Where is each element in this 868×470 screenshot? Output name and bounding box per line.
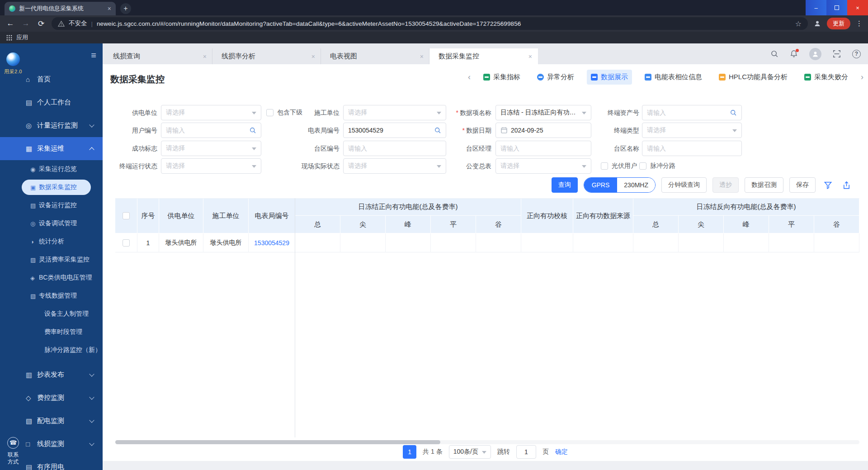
sidebar-item-metering[interactable]: ◎ 计量运行监测	[0, 114, 103, 137]
jump-page-input[interactable]	[516, 445, 536, 459]
col-rev-total: 总	[633, 216, 679, 233]
back-icon[interactable]: ←	[5, 19, 15, 28]
terminal-run-status-select[interactable]: 请选择	[161, 158, 261, 174]
sidebar-item-dedicated-line[interactable]: ▧ 专线数据管理	[0, 287, 103, 305]
col-reverse-group: 日冻结反向有功电能(总及各费率)	[633, 199, 859, 216]
tab-data-monitor[interactable]: 数据采集监控 ×	[429, 48, 538, 64]
meter-no-link[interactable]: 1530054529	[254, 239, 289, 247]
sidebar-item-data-monitor[interactable]: ▣ 数据采集监控	[0, 178, 103, 196]
close-icon[interactable]: ×	[311, 53, 315, 60]
nav-tab-hplc[interactable]: HPLC功能具备分析	[715, 70, 792, 85]
nav-tab-phase-info[interactable]: 电能表相位信息	[641, 70, 706, 85]
stats-icon: ◑	[30, 238, 34, 245]
sidebar-item-flexible-rate[interactable]: ▨ 灵活费率采集监控	[0, 251, 103, 269]
close-icon[interactable]: ×	[203, 53, 207, 60]
data-call-button[interactable]: 数据召测	[745, 177, 783, 193]
terminal-asset-input[interactable]	[642, 105, 742, 120]
query-button[interactable]: 查询	[552, 177, 578, 193]
tab-line-loss-query[interactable]: 线损查询 ×	[104, 48, 212, 64]
user-avatar[interactable]	[809, 48, 821, 60]
new-tab-button[interactable]: +	[120, 3, 131, 14]
chevron-right-icon[interactable]: ›	[861, 72, 863, 82]
checkbox[interactable]	[601, 162, 608, 170]
url-bar[interactable]: 不安全 | neweic.js.sgcc.com.cn/#/com/runnin…	[52, 17, 808, 30]
cell-empty	[476, 233, 521, 252]
success-flag-select[interactable]: 请选择	[161, 141, 261, 156]
profile-icon[interactable]	[813, 19, 821, 28]
close-window-icon[interactable]: ×	[847, 0, 868, 15]
sidebar-item-collection-overview[interactable]: ◉ 采集运行总览	[0, 160, 103, 178]
export-icon[interactable]	[840, 177, 853, 193]
sidebar-item-fee-control[interactable]: ◇ 费控监测	[0, 386, 103, 409]
close-icon[interactable]: ×	[420, 53, 424, 60]
col-forward-group: 日冻结正向有功电能(总及各费率)	[295, 199, 521, 216]
bell-icon[interactable]	[790, 50, 798, 58]
minute-query-button[interactable]: 分钟级查询	[661, 177, 707, 193]
chevron-left-icon[interactable]: ‹	[468, 72, 471, 82]
minimize-icon[interactable]: –	[806, 0, 826, 15]
tab-line-loss-rate[interactable]: 线损率分析 ×	[212, 48, 321, 64]
pv-user-checkbox[interactable]: 光伏用户	[601, 158, 637, 174]
station-name-input[interactable]	[642, 141, 742, 156]
sidebar-item-meter-reading[interactable]: ▥ 抄表发布	[0, 363, 103, 386]
pulse-branch-checkbox[interactable]: 脉冲分路	[639, 158, 675, 174]
forward-icon[interactable]: →	[21, 19, 31, 28]
row-checkbox[interactable]	[123, 239, 130, 247]
contact-widget[interactable]: ☎ 联系 方式	[3, 437, 23, 465]
bookmark-star-icon[interactable]: ☆	[795, 19, 802, 28]
sidebar-item-distribution[interactable]: ▧ 配电监测	[0, 409, 103, 432]
update-button[interactable]: 更新	[827, 18, 850, 29]
search-icon[interactable]	[770, 50, 778, 58]
sidebar-item-home[interactable]: ⌂ 首页	[0, 68, 103, 91]
search-icon[interactable]	[249, 127, 256, 134]
col-fwd-total: 总	[295, 216, 340, 233]
terminal-type-select[interactable]: 请选择	[642, 123, 742, 138]
sidebar-item-device-monitor[interactable]: ▤ 设备运行监控	[0, 196, 103, 214]
apps-grid-icon[interactable]	[6, 35, 12, 41]
sidebar-item-device-debug[interactable]: ◎ 设备调试管理	[0, 214, 103, 233]
close-icon[interactable]: ×	[528, 53, 532, 60]
mhz-option[interactable]: 230MHZ	[617, 178, 655, 192]
terminal-type-label: 终端类型	[559, 121, 639, 139]
confirm-button[interactable]: 确定	[555, 448, 568, 456]
search-icon[interactable]	[730, 109, 737, 116]
gprs-option[interactable]: GPRS	[584, 178, 618, 192]
sidebar-item-bc-voltage[interactable]: ◈ BC类供电电压管理	[0, 269, 103, 287]
tab-meter-view[interactable]: 电表视图 ×	[321, 48, 429, 64]
filter-funnel-icon[interactable]	[821, 177, 834, 193]
sidebar-item-rate-period[interactable]: 费率时段管理	[0, 323, 103, 341]
nav-tab-collect-fail[interactable]: 采集失败分	[800, 70, 852, 85]
horizontal-scrollbar[interactable]	[115, 440, 859, 444]
reload-icon[interactable]: ⟳	[36, 19, 46, 28]
sidebar-item-collection[interactable]: ▦ 采集运维	[0, 137, 103, 160]
menu-kebab-icon[interactable]: ⋮	[856, 19, 863, 28]
sidebar-item-device-owner[interactable]: 设备主人制管理	[0, 305, 103, 323]
bottom-strip	[103, 461, 868, 470]
scrollbar-thumb[interactable]	[115, 440, 440, 444]
channel-toggle[interactable]: GPRS 230MHZ	[584, 177, 656, 193]
supply-unit-select[interactable]: 请选择	[161, 105, 261, 120]
user-no-input[interactable]	[161, 123, 261, 138]
sidebar-collapse-icon[interactable]: ≡	[91, 51, 96, 60]
sidebar-item-stats[interactable]: ◑ 统计分析	[0, 233, 103, 251]
save-button[interactable]: 保存	[789, 177, 816, 193]
nav-tab-data-display[interactable]: 数据展示	[587, 70, 632, 85]
sidebar-item-pulse-branch[interactable]: 脉冲分路监控（新）	[0, 341, 103, 359]
nav-tab-anomaly[interactable]: 异常分析	[533, 70, 578, 85]
workspace-tabstrip: 线损查询 × 线损率分析 × 电表视图 × 数据采集监控 ×	[103, 43, 868, 64]
maximize-icon[interactable]	[826, 0, 847, 15]
sidebar-item-workbench[interactable]: ▤ 个人工作台	[0, 91, 103, 114]
nav-tab-collect-index[interactable]: 采集指标	[479, 70, 524, 85]
browser-tab[interactable]: 新一代用电信息采集系统 ×	[5, 2, 116, 15]
page-size-select[interactable]: 100条/页	[449, 445, 491, 459]
apps-label[interactable]: 应用	[16, 33, 28, 42]
pass-read-button[interactable]: 透抄	[712, 177, 739, 193]
select-all-checkbox[interactable]	[123, 212, 130, 219]
public-transformer-select[interactable]: 请选择	[495, 158, 591, 174]
checkbox[interactable]	[639, 162, 646, 170]
help-icon[interactable]: ?	[852, 50, 861, 58]
page-number-button[interactable]: 1	[403, 445, 416, 459]
scan-icon[interactable]	[833, 50, 841, 58]
close-icon[interactable]: ×	[108, 5, 111, 12]
col-rev-valley: 谷	[814, 216, 859, 233]
